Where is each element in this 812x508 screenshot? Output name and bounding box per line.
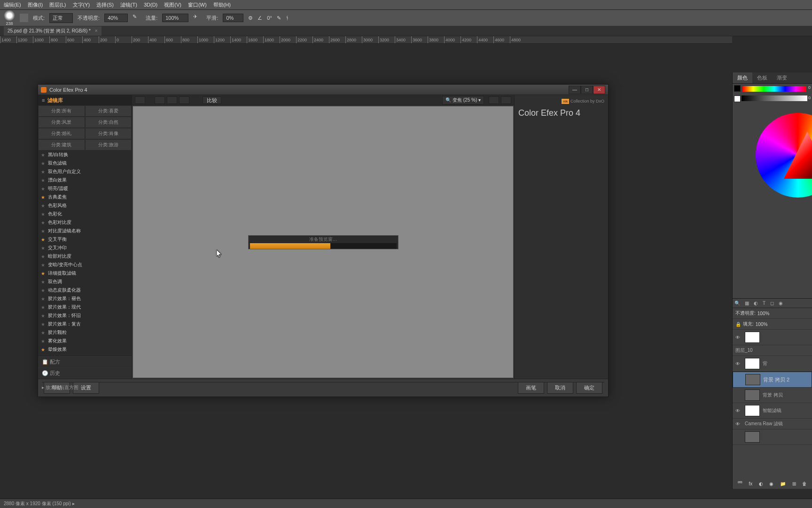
filter-item[interactable]: ★晕燥效果: [38, 345, 132, 354]
star-icon[interactable]: ★: [41, 220, 45, 225]
star-icon[interactable]: ★: [41, 271, 45, 276]
view-side-icon[interactable]: [179, 96, 189, 104]
menu-item[interactable]: 窗口(W): [188, 1, 207, 8]
delete-icon[interactable]: 🗑: [802, 481, 807, 486]
airbrush-icon[interactable]: ✈: [193, 14, 202, 22]
layer-thumb[interactable]: [745, 332, 760, 343]
category-button[interactable]: 分类:旅游: [85, 139, 132, 151]
star-icon[interactable]: ★: [41, 288, 45, 293]
filter-item[interactable]: ★胶片效果：现代: [38, 303, 132, 311]
menu-item[interactable]: 图层(L): [49, 1, 66, 8]
star-icon[interactable]: ★: [41, 203, 45, 208]
filter-layers-icon[interactable]: 🔍: [734, 301, 740, 306]
star-icon[interactable]: ★: [41, 313, 45, 318]
star-icon[interactable]: ★: [41, 178, 45, 183]
gear-icon[interactable]: ⚙: [248, 15, 253, 21]
layer-name[interactable]: 背景 拷贝 2: [763, 376, 789, 383]
star-icon[interactable]: ★: [41, 237, 45, 242]
star-icon[interactable]: ★: [41, 322, 45, 327]
layer-list[interactable]: 👁 图层_10 👁 背 背景 拷贝 2: [733, 330, 812, 445]
group-icon[interactable]: 📁: [780, 481, 786, 486]
filter-item[interactable]: ★动态皮肤柔化器: [38, 286, 132, 294]
filter-item[interactable]: ★交叉冲印: [38, 244, 132, 252]
histogram-foldout[interactable]: ▸ 放大镜与直方图: [42, 382, 604, 393]
layer-name[interactable]: 背: [763, 360, 767, 367]
star-icon[interactable]: ★: [41, 330, 45, 335]
compare-button[interactable]: 比较: [203, 96, 221, 104]
category-button[interactable]: 分类:所有: [38, 105, 85, 117]
filter-item[interactable]: ★古典柔焦: [38, 193, 132, 201]
bg-swatch[interactable]: [734, 95, 741, 102]
filter-pixel-icon[interactable]: ▦: [745, 301, 749, 306]
filter-item[interactable]: ★色彩风格: [38, 201, 132, 210]
filter-item[interactable]: ★双色调: [38, 278, 132, 286]
layer-name[interactable]: 图层_10: [735, 347, 753, 354]
filter-item[interactable]: ★漂白效果: [38, 176, 132, 184]
layer-opacity[interactable]: 100%: [757, 311, 770, 316]
category-button[interactable]: 分类:喜爱: [85, 105, 132, 117]
star-icon[interactable]: ★: [41, 305, 45, 310]
layer-thumb[interactable]: [745, 374, 760, 385]
filter-item[interactable]: ★胶片颗粒: [38, 328, 132, 337]
hue-strip[interactable]: [742, 86, 806, 92]
brush-settings-icon[interactable]: [20, 14, 28, 22]
filter-shape-icon[interactable]: ◻: [770, 301, 774, 306]
visibility-icon[interactable]: [735, 393, 742, 397]
history-section[interactable]: 🕘 历史: [38, 367, 132, 379]
visibility-icon[interactable]: 👁: [735, 408, 742, 413]
angle-value[interactable]: 0°: [267, 15, 272, 21]
zoom-select[interactable]: 🔍 变焦 (25 %) ▾: [442, 96, 484, 104]
star-icon[interactable]: ★: [41, 296, 45, 302]
filter-item[interactable]: ★对比度滤镜名称: [38, 227, 132, 235]
star-icon[interactable]: ★: [41, 339, 45, 344]
filter-adjust-icon[interactable]: ◐: [754, 301, 758, 306]
star-icon[interactable]: ★: [41, 212, 45, 217]
filter-type-icon[interactable]: T: [763, 301, 765, 306]
filter-item[interactable]: ★胶片效果：复古: [38, 320, 132, 328]
filter-item[interactable]: ★黑/白转换: [38, 151, 132, 159]
pressure-size-icon[interactable]: ✎: [277, 15, 281, 21]
mask-icon[interactable]: ◐: [759, 481, 763, 486]
star-icon[interactable]: ★: [41, 254, 45, 259]
tab-gradients[interactable]: 渐变: [772, 72, 792, 83]
document-tab[interactable]: 25.psd @ 21.3% (背景 拷贝 2, RGB/8) * ×: [4, 26, 102, 36]
visibility-icon[interactable]: [735, 435, 742, 439]
filter-item[interactable]: ★胶片效果：褪色: [38, 294, 132, 303]
link-icon[interactable]: ⺫: [738, 480, 742, 487]
star-icon[interactable]: ★: [41, 161, 45, 166]
new-layer-icon[interactable]: ⊞: [792, 481, 796, 486]
star-icon[interactable]: ★: [41, 186, 45, 191]
filter-item[interactable]: ★雾化效果: [38, 337, 132, 345]
filter-list[interactable]: ★黑/白转换★双色滤镜★双色用户自定义★漂白效果★明亮/温暖★古典柔焦★色彩风格…: [38, 151, 132, 356]
gray-strip[interactable]: [742, 95, 807, 101]
star-icon[interactable]: ★: [41, 262, 45, 268]
pressure-opacity-icon[interactable]: ✎: [133, 14, 141, 22]
color-wheel[interactable]: [733, 103, 812, 207]
star-icon[interactable]: ★: [41, 347, 45, 352]
adjustment-icon[interactable]: ◉: [769, 481, 773, 486]
filter-item[interactable]: ★色彩对比度: [38, 218, 132, 227]
layer-thumb[interactable]: [745, 389, 760, 401]
tab-swatches[interactable]: 色板: [752, 72, 772, 83]
filter-smart-icon[interactable]: ◉: [779, 301, 783, 306]
filter-item[interactable]: ★交叉平衡: [38, 235, 132, 244]
visibility-icon[interactable]: [736, 377, 742, 382]
menu-item[interactable]: 3D(D): [144, 2, 157, 8]
fx-icon[interactable]: fx: [749, 481, 752, 486]
category-button[interactable]: 分类:婚礼: [38, 128, 85, 139]
star-icon[interactable]: ★: [41, 169, 45, 175]
category-button[interactable]: 分类:建筑: [38, 139, 85, 151]
star-icon[interactable]: ★: [41, 152, 45, 158]
layer-thumb[interactable]: [745, 358, 760, 369]
visibility-icon[interactable]: 👁: [735, 335, 742, 340]
panel-right-toggle2-icon[interactable]: [501, 96, 511, 104]
smooth-value[interactable]: 0%: [223, 14, 243, 22]
filter-item[interactable]: ★详细提取滤镜: [38, 269, 132, 278]
filter-item[interactable]: ★变暗/变亮中心点: [38, 261, 132, 269]
dialog-titlebar[interactable]: Color Efex Pro 4 — □ ✕: [38, 85, 608, 95]
minimize-button[interactable]: —: [569, 86, 581, 94]
star-icon[interactable]: ★: [41, 246, 45, 251]
category-button[interactable]: 分类:肖像: [85, 128, 132, 139]
filter-item[interactable]: ★胶片效果：怀旧: [38, 311, 132, 320]
filter-item[interactable]: ★色彩化: [38, 210, 132, 218]
